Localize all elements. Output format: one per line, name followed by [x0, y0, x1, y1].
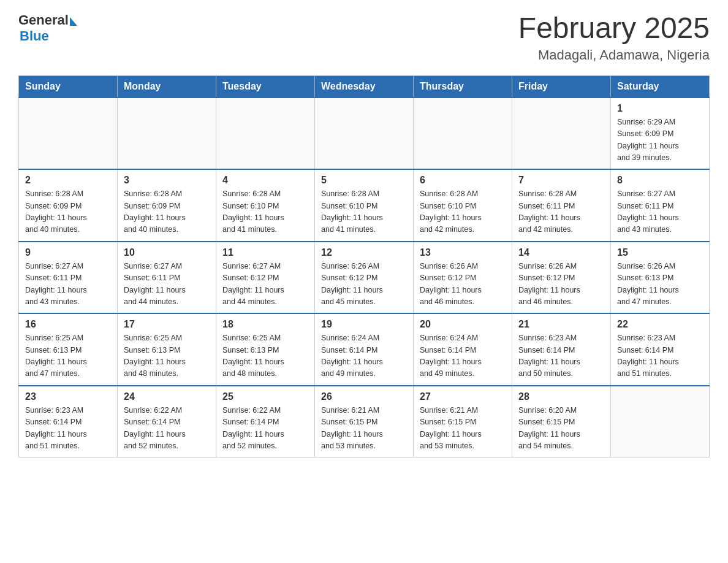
day-number: 10: [124, 247, 210, 258]
calendar-day-cell: 3Sunrise: 6:28 AMSunset: 6:09 PMDaylight…: [118, 169, 216, 242]
calendar-day-cell: 22Sunrise: 6:23 AMSunset: 6:14 PMDayligh…: [611, 313, 710, 386]
calendar-day-cell: 21Sunrise: 6:23 AMSunset: 6:14 PMDayligh…: [512, 313, 611, 386]
calendar-day-cell: 25Sunrise: 6:22 AMSunset: 6:14 PMDayligh…: [216, 386, 315, 458]
day-info: Sunrise: 6:25 AMSunset: 6:13 PMDaylight:…: [124, 332, 210, 380]
day-number: 26: [321, 391, 407, 402]
calendar-day-cell: 24Sunrise: 6:22 AMSunset: 6:14 PMDayligh…: [118, 386, 216, 458]
day-info: Sunrise: 6:23 AMSunset: 6:14 PMDaylight:…: [518, 332, 604, 380]
calendar-day-cell: 27Sunrise: 6:21 AMSunset: 6:15 PMDayligh…: [414, 386, 512, 458]
calendar-day-cell: 6Sunrise: 6:28 AMSunset: 6:10 PMDaylight…: [414, 169, 512, 242]
day-number: 27: [420, 391, 506, 402]
day-info: Sunrise: 6:21 AMSunset: 6:15 PMDaylight:…: [321, 405, 407, 453]
weekday-header-thursday: Thursday: [414, 75, 512, 98]
calendar-day-cell: 2Sunrise: 6:28 AMSunset: 6:09 PMDaylight…: [19, 169, 118, 242]
logo-general-text: General: [18, 12, 69, 28]
day-number: 18: [222, 319, 308, 330]
logo: General Blue: [18, 12, 77, 44]
day-number: 16: [25, 319, 111, 330]
calendar-day-cell: [414, 98, 512, 170]
day-info: Sunrise: 6:24 AMSunset: 6:14 PMDaylight:…: [420, 332, 506, 380]
calendar-day-cell: 10Sunrise: 6:27 AMSunset: 6:11 PMDayligh…: [118, 242, 216, 314]
day-number: 1: [617, 103, 703, 114]
weekday-header-friday: Friday: [512, 75, 611, 98]
logo-blue-text: Blue: [20, 28, 49, 44]
calendar-day-cell: [216, 98, 315, 170]
day-info: Sunrise: 6:23 AMSunset: 6:14 PMDaylight:…: [617, 332, 703, 380]
calendar-day-cell: 4Sunrise: 6:28 AMSunset: 6:10 PMDaylight…: [216, 169, 315, 242]
calendar-day-cell: 1Sunrise: 6:29 AMSunset: 6:09 PMDaylight…: [611, 98, 710, 170]
day-number: 9: [25, 247, 111, 258]
day-info: Sunrise: 6:27 AMSunset: 6:11 PMDaylight:…: [124, 261, 210, 308]
day-number: 2: [25, 175, 111, 186]
day-info: Sunrise: 6:22 AMSunset: 6:14 PMDaylight:…: [124, 405, 210, 453]
calendar-week-row: 9Sunrise: 6:27 AMSunset: 6:11 PMDaylight…: [19, 242, 710, 314]
weekday-header-tuesday: Tuesday: [216, 75, 315, 98]
day-number: 19: [321, 319, 407, 330]
day-info: Sunrise: 6:21 AMSunset: 6:15 PMDaylight:…: [420, 405, 506, 453]
calendar-day-cell: 13Sunrise: 6:26 AMSunset: 6:12 PMDayligh…: [414, 242, 512, 314]
day-info: Sunrise: 6:28 AMSunset: 6:11 PMDaylight:…: [518, 188, 604, 236]
logo-triangle-icon: [70, 17, 77, 26]
day-number: 5: [321, 175, 407, 186]
calendar-day-cell: 26Sunrise: 6:21 AMSunset: 6:15 PMDayligh…: [315, 386, 414, 458]
calendar-day-cell: 11Sunrise: 6:27 AMSunset: 6:12 PMDayligh…: [216, 242, 315, 314]
title-block: February 2025 Madagali, Adamawa, Nigeria: [518, 12, 710, 63]
calendar-day-cell: 23Sunrise: 6:23 AMSunset: 6:14 PMDayligh…: [19, 386, 118, 458]
day-info: Sunrise: 6:26 AMSunset: 6:13 PMDaylight:…: [617, 261, 703, 308]
day-info: Sunrise: 6:20 AMSunset: 6:15 PMDaylight:…: [518, 405, 604, 453]
calendar-day-cell: [19, 98, 118, 170]
day-info: Sunrise: 6:28 AMSunset: 6:09 PMDaylight:…: [25, 188, 111, 236]
weekday-header-monday: Monday: [118, 75, 216, 98]
day-info: Sunrise: 6:22 AMSunset: 6:14 PMDaylight:…: [222, 405, 308, 453]
day-number: 15: [617, 247, 703, 258]
day-info: Sunrise: 6:28 AMSunset: 6:09 PMDaylight:…: [124, 188, 210, 236]
calendar-day-cell: [118, 98, 216, 170]
day-number: 22: [617, 319, 703, 330]
page-title: February 2025: [518, 12, 710, 45]
day-number: 24: [124, 391, 210, 402]
calendar-day-cell: 14Sunrise: 6:26 AMSunset: 6:12 PMDayligh…: [512, 242, 611, 314]
day-number: 6: [420, 175, 506, 186]
calendar-day-cell: 28Sunrise: 6:20 AMSunset: 6:15 PMDayligh…: [512, 386, 611, 458]
day-info: Sunrise: 6:29 AMSunset: 6:09 PMDaylight:…: [617, 117, 703, 164]
calendar-day-cell: 20Sunrise: 6:24 AMSunset: 6:14 PMDayligh…: [414, 313, 512, 386]
page-header: General Blue February 2025 Madagali, Ada…: [18, 12, 710, 63]
day-info: Sunrise: 6:27 AMSunset: 6:11 PMDaylight:…: [617, 188, 703, 236]
calendar-day-cell: 16Sunrise: 6:25 AMSunset: 6:13 PMDayligh…: [19, 313, 118, 386]
day-info: Sunrise: 6:23 AMSunset: 6:14 PMDaylight:…: [25, 405, 111, 453]
day-number: 25: [222, 391, 308, 402]
day-info: Sunrise: 6:25 AMSunset: 6:13 PMDaylight:…: [25, 332, 111, 380]
day-info: Sunrise: 6:28 AMSunset: 6:10 PMDaylight:…: [420, 188, 506, 236]
day-number: 7: [518, 175, 604, 186]
calendar-day-cell: 7Sunrise: 6:28 AMSunset: 6:11 PMDaylight…: [512, 169, 611, 242]
day-number: 21: [518, 319, 604, 330]
day-number: 23: [25, 391, 111, 402]
calendar-day-cell: 18Sunrise: 6:25 AMSunset: 6:13 PMDayligh…: [216, 313, 315, 386]
calendar-day-cell: 9Sunrise: 6:27 AMSunset: 6:11 PMDaylight…: [19, 242, 118, 314]
day-number: 8: [617, 175, 703, 186]
day-info: Sunrise: 6:27 AMSunset: 6:12 PMDaylight:…: [222, 261, 308, 308]
calendar-week-row: 1Sunrise: 6:29 AMSunset: 6:09 PMDaylight…: [19, 98, 710, 170]
calendar-week-row: 2Sunrise: 6:28 AMSunset: 6:09 PMDaylight…: [19, 169, 710, 242]
day-info: Sunrise: 6:24 AMSunset: 6:14 PMDaylight:…: [321, 332, 407, 380]
location-subtitle: Madagali, Adamawa, Nigeria: [518, 47, 710, 63]
calendar-header-row: SundayMondayTuesdayWednesdayThursdayFrid…: [19, 75, 710, 98]
day-info: Sunrise: 6:26 AMSunset: 6:12 PMDaylight:…: [420, 261, 506, 308]
day-number: 4: [222, 175, 308, 186]
day-info: Sunrise: 6:25 AMSunset: 6:13 PMDaylight:…: [222, 332, 308, 380]
day-number: 13: [420, 247, 506, 258]
day-info: Sunrise: 6:26 AMSunset: 6:12 PMDaylight:…: [321, 261, 407, 308]
calendar-week-row: 23Sunrise: 6:23 AMSunset: 6:14 PMDayligh…: [19, 386, 710, 458]
day-info: Sunrise: 6:27 AMSunset: 6:11 PMDaylight:…: [25, 261, 111, 308]
day-number: 28: [518, 391, 604, 402]
day-info: Sunrise: 6:28 AMSunset: 6:10 PMDaylight:…: [222, 188, 308, 236]
calendar-day-cell: 17Sunrise: 6:25 AMSunset: 6:13 PMDayligh…: [118, 313, 216, 386]
day-number: 17: [124, 319, 210, 330]
calendar-day-cell: 15Sunrise: 6:26 AMSunset: 6:13 PMDayligh…: [611, 242, 710, 314]
calendar-day-cell: [512, 98, 611, 170]
calendar-week-row: 16Sunrise: 6:25 AMSunset: 6:13 PMDayligh…: [19, 313, 710, 386]
day-number: 12: [321, 247, 407, 258]
calendar-day-cell: 5Sunrise: 6:28 AMSunset: 6:10 PMDaylight…: [315, 169, 414, 242]
day-info: Sunrise: 6:28 AMSunset: 6:10 PMDaylight:…: [321, 188, 407, 236]
weekday-header-sunday: Sunday: [19, 75, 118, 98]
